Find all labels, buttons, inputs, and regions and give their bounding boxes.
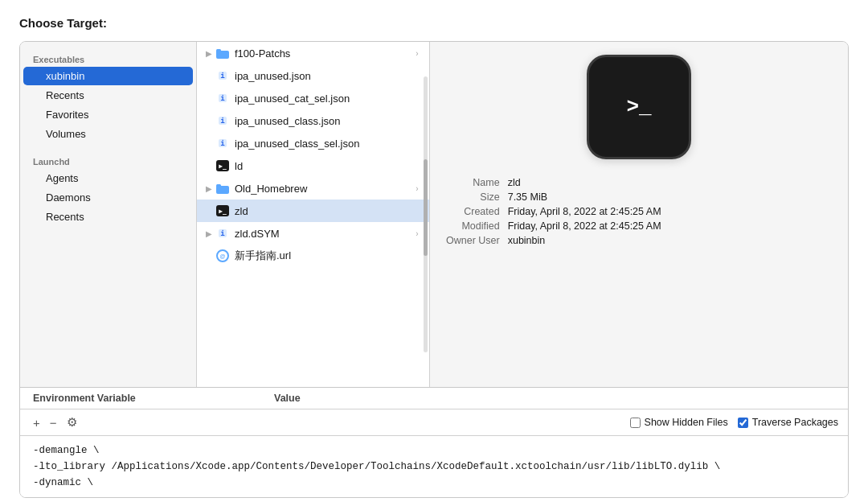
terminal-icon: ▶_ (215, 158, 231, 174)
add-env-button[interactable]: + (30, 414, 43, 431)
file-name: ld (235, 160, 423, 172)
file-name: zld (235, 205, 423, 217)
file-row[interactable]: ▶_ ld (197, 154, 429, 177)
expand-icon: ▶ (203, 49, 215, 58)
toolbar-right: Show Hidden Files Traverse Packages (630, 417, 838, 428)
sidebar-item-agents[interactable]: Agents (23, 169, 193, 187)
env-line-3: -dynamic \ (33, 475, 835, 491)
folder-icon (215, 45, 231, 61)
env-line-2: -lto_library /Applications/Xcode.app/Con… (33, 459, 835, 475)
svg-rect-4 (216, 184, 221, 187)
gear-env-button[interactable]: ⚙ (63, 414, 80, 431)
file-row[interactable]: @ 新手指南.url (197, 245, 429, 267)
size-label: Size (446, 191, 500, 203)
expand-icon: ▶ (203, 184, 215, 193)
main-container: Executables xubinbin Recents Favorites V… (19, 41, 849, 498)
env-toolbar: + − ⚙ Show Hidden Files Traverse Package… (20, 409, 848, 436)
traverse-packages-option[interactable]: Traverse Packages (738, 417, 838, 428)
sidebar: Executables xubinbin Recents Favorites V… (20, 42, 197, 387)
file-row[interactable]: i ipa_unused_cat_sel.json (197, 87, 429, 109)
file-name: ipa_unused.json (235, 70, 423, 82)
sidebar-item-recents-exec[interactable]: Recents (23, 86, 193, 105)
file-row-zld[interactable]: ▶_ zld (197, 200, 429, 222)
remove-env-button[interactable]: − (47, 414, 60, 431)
created-label: Created (446, 206, 500, 217)
url-icon: @ (215, 248, 231, 264)
sidebar-item-recents-launchd[interactable]: Recents (23, 208, 193, 226)
env-line-1: -demangle \ (33, 442, 835, 459)
bottom-panel: Environment Variable Value + − ⚙ Show Hi… (20, 388, 848, 497)
modified-label: Modified (446, 220, 500, 232)
col-value-label: Value (274, 393, 835, 404)
owner-label: Owner User (446, 235, 500, 246)
sidebar-item-favorites[interactable]: Favorites (23, 105, 193, 124)
page-title: Choose Target: (19, 16, 849, 30)
json-icon: i (215, 90, 231, 106)
col-env-var-label: Environment Variable (33, 393, 258, 404)
svg-rect-2 (216, 49, 221, 52)
json-icon: i (215, 68, 231, 84)
chevron-right-icon: › (411, 184, 423, 193)
detail-panel: >_ Name zld Size 7.35 MiB Created Friday… (430, 42, 848, 387)
json-icon: i (215, 113, 231, 129)
top-panel: Executables xubinbin Recents Favorites V… (20, 42, 848, 388)
app-icon: >_ (587, 55, 691, 159)
traverse-packages-label: Traverse Packages (752, 417, 838, 428)
file-row[interactable]: ▶ i zld.dSYM › (197, 222, 429, 245)
env-content: -demangle \ -lto_library /Applications/X… (20, 436, 848, 497)
size-value: 7.35 MiB (508, 191, 832, 203)
traverse-packages-checkbox[interactable] (738, 418, 748, 428)
sidebar-item-daemons[interactable]: Daemons (23, 188, 193, 207)
scrollbar-thumb[interactable] (424, 159, 428, 256)
chevron-right-icon: › (411, 229, 423, 238)
file-name: 新手指南.url (235, 249, 423, 263)
json-icon: i (215, 135, 231, 151)
show-hidden-files-checkbox[interactable] (630, 418, 641, 428)
file-row[interactable]: i ipa_unused_class.json (197, 109, 429, 132)
expand-icon: ▶ (203, 229, 215, 238)
file-name: ipa_unused_class_sel.json (235, 138, 423, 150)
sidebar-group-executables-label: Executables (20, 51, 196, 66)
file-name: f100-Patchs (235, 47, 408, 60)
file-row[interactable]: ▶ f100-Patchs › (197, 42, 429, 64)
modified-value: Friday, April 8, 2022 at 2:45:25 AM (508, 220, 832, 232)
file-name: zld.dSYM (235, 228, 408, 240)
file-browser: ▶ f100-Patchs › i ipa_unused.json (197, 42, 848, 387)
json-icon: i (215, 225, 231, 241)
file-name: Old_Homebrew (235, 183, 408, 195)
folder-icon (215, 180, 231, 196)
file-name: ipa_unused_class.json (235, 115, 423, 127)
sidebar-group-launchd-label: Launchd (20, 154, 196, 168)
terminal-prompt-symbol: >_ (626, 95, 651, 119)
file-row[interactable]: i ipa_unused_class_sel.json (197, 132, 429, 154)
file-column: ▶ f100-Patchs › i ipa_unused.json (197, 42, 430, 387)
file-row[interactable]: i ipa_unused.json (197, 64, 429, 87)
show-hidden-files-option[interactable]: Show Hidden Files (630, 417, 728, 428)
chevron-right-icon: › (411, 49, 423, 58)
sidebar-item-xubinbin[interactable]: xubinbin (23, 67, 193, 85)
sidebar-item-volumes[interactable]: Volumes (23, 125, 193, 143)
name-value: zld (508, 177, 832, 188)
file-name: ipa_unused_cat_sel.json (235, 93, 423, 105)
file-row[interactable]: ▶ Old_Homebrew › (197, 177, 429, 200)
terminal-icon: ▶_ (215, 203, 231, 219)
detail-meta: Name zld Size 7.35 MiB Created Friday, A… (446, 177, 832, 246)
env-table-header: Environment Variable Value (20, 388, 848, 409)
owner-value: xubinbin (508, 235, 832, 246)
terminal-icon-content: >_ (626, 95, 651, 119)
name-label: Name (446, 177, 500, 188)
show-hidden-files-label: Show Hidden Files (645, 417, 728, 428)
scrollbar-track[interactable] (424, 76, 428, 352)
created-value: Friday, April 8, 2022 at 2:45:25 AM (508, 206, 832, 217)
gear-icon: ⚙ (67, 415, 77, 430)
